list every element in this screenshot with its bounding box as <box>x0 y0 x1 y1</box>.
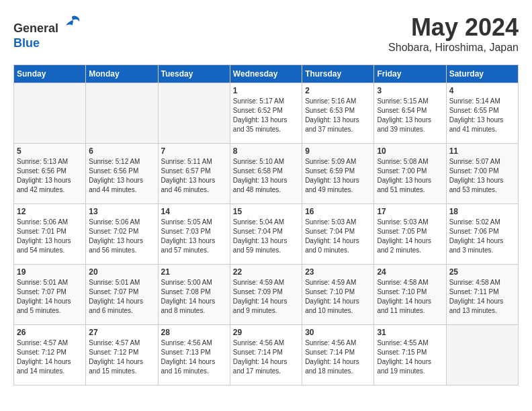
day-info: Sunrise: 5:01 AMSunset: 7:07 PMDaylight:… <box>17 278 83 316</box>
day-info: Sunrise: 5:15 AMSunset: 6:54 PMDaylight:… <box>377 97 443 134</box>
day-number: 31 <box>377 328 443 337</box>
calendar-cell <box>158 83 230 144</box>
day-info: Sunrise: 4:55 AMSunset: 7:15 PMDaylight:… <box>377 338 443 376</box>
day-info: Sunrise: 5:12 AMSunset: 6:56 PMDaylight:… <box>89 157 154 195</box>
day-number: 15 <box>233 207 299 216</box>
calendar-cell: 13Sunrise: 5:06 AMSunset: 7:02 PMDayligh… <box>86 204 158 265</box>
day-info: Sunrise: 5:03 AMSunset: 7:04 PMDaylight:… <box>305 218 371 255</box>
calendar-cell: 25Sunrise: 4:58 AMSunset: 7:11 PMDayligh… <box>446 265 518 325</box>
day-info: Sunrise: 5:17 AMSunset: 6:52 PMDaylight:… <box>233 97 299 134</box>
calendar-cell: 17Sunrise: 5:03 AMSunset: 7:05 PMDayligh… <box>374 204 446 265</box>
calendar-cell: 22Sunrise: 4:59 AMSunset: 7:09 PMDayligh… <box>230 265 302 325</box>
day-number: 5 <box>17 146 83 156</box>
weekday-header-saturday: Saturday <box>446 65 518 83</box>
day-info: Sunrise: 4:58 AMSunset: 7:11 PMDaylight:… <box>449 278 515 316</box>
calendar-cell: 20Sunrise: 5:01 AMSunset: 7:07 PMDayligh… <box>86 265 158 325</box>
calendar-cell: 8Sunrise: 5:10 AMSunset: 6:58 PMDaylight… <box>230 144 302 204</box>
day-number: 29 <box>233 328 299 337</box>
day-info: Sunrise: 5:00 AMSunset: 7:08 PMDaylight:… <box>161 278 227 316</box>
calendar-cell: 31Sunrise: 4:55 AMSunset: 7:15 PMDayligh… <box>374 325 446 385</box>
day-number: 17 <box>377 207 443 216</box>
weekday-header-monday: Monday <box>86 65 158 83</box>
day-number: 30 <box>305 328 371 337</box>
calendar-week-row: 1Sunrise: 5:17 AMSunset: 6:52 PMDaylight… <box>14 83 519 144</box>
weekday-header-thursday: Thursday <box>302 65 374 83</box>
logo-bird-icon <box>63 13 82 32</box>
title-block: May 2024 Shobara, Hiroshima, Japan <box>388 13 519 54</box>
day-number: 12 <box>17 207 83 216</box>
day-number: 11 <box>449 146 515 156</box>
weekday-header-sunday: Sunday <box>14 65 86 83</box>
calendar-week-row: 12Sunrise: 5:06 AMSunset: 7:01 PMDayligh… <box>14 204 519 265</box>
calendar-cell: 18Sunrise: 5:02 AMSunset: 7:06 PMDayligh… <box>446 204 518 265</box>
calendar-cell: 5Sunrise: 5:13 AMSunset: 6:56 PMDaylight… <box>14 144 86 204</box>
calendar-cell: 10Sunrise: 5:08 AMSunset: 7:00 PMDayligh… <box>374 144 446 204</box>
day-info: Sunrise: 5:13 AMSunset: 6:56 PMDaylight:… <box>17 157 83 195</box>
logo-general: General <box>13 21 58 35</box>
day-info: Sunrise: 5:10 AMSunset: 6:58 PMDaylight:… <box>233 157 299 195</box>
calendar-cell: 14Sunrise: 5:05 AMSunset: 7:03 PMDayligh… <box>158 204 230 265</box>
day-info: Sunrise: 4:58 AMSunset: 7:10 PMDaylight:… <box>377 278 443 316</box>
day-info: Sunrise: 4:59 AMSunset: 7:09 PMDaylight:… <box>233 278 299 316</box>
calendar-cell: 24Sunrise: 4:58 AMSunset: 7:10 PMDayligh… <box>374 265 446 325</box>
day-info: Sunrise: 5:11 AMSunset: 6:57 PMDaylight:… <box>161 157 227 195</box>
weekday-header-friday: Friday <box>374 65 446 83</box>
calendar-cell <box>14 83 86 144</box>
calendar-cell: 26Sunrise: 4:57 AMSunset: 7:12 PMDayligh… <box>14 325 86 385</box>
day-info: Sunrise: 5:01 AMSunset: 7:07 PMDaylight:… <box>89 278 154 316</box>
calendar-cell: 9Sunrise: 5:09 AMSunset: 6:59 PMDaylight… <box>302 144 374 204</box>
weekday-header-tuesday: Tuesday <box>158 65 230 83</box>
logo: General Blue <box>13 13 82 50</box>
day-number: 27 <box>89 328 154 337</box>
day-number: 25 <box>449 267 515 277</box>
day-number: 9 <box>305 146 371 156</box>
day-info: Sunrise: 4:56 AMSunset: 7:14 PMDaylight:… <box>305 338 371 376</box>
day-number: 3 <box>377 86 443 95</box>
day-number: 23 <box>305 267 371 277</box>
calendar-cell: 3Sunrise: 5:15 AMSunset: 6:54 PMDaylight… <box>374 83 446 144</box>
location-title: Shobara, Hiroshima, Japan <box>388 42 519 54</box>
calendar-cell: 15Sunrise: 5:04 AMSunset: 7:04 PMDayligh… <box>230 204 302 265</box>
calendar-cell: 27Sunrise: 4:57 AMSunset: 7:12 PMDayligh… <box>86 325 158 385</box>
calendar-cell: 19Sunrise: 5:01 AMSunset: 7:07 PMDayligh… <box>14 265 86 325</box>
day-number: 18 <box>449 207 515 216</box>
day-info: Sunrise: 5:09 AMSunset: 6:59 PMDaylight:… <box>305 157 371 195</box>
calendar-cell: 30Sunrise: 4:56 AMSunset: 7:14 PMDayligh… <box>302 325 374 385</box>
day-number: 22 <box>233 267 299 277</box>
day-info: Sunrise: 4:56 AMSunset: 7:14 PMDaylight:… <box>233 338 299 376</box>
day-info: Sunrise: 5:08 AMSunset: 7:00 PMDaylight:… <box>377 157 443 195</box>
day-info: Sunrise: 5:04 AMSunset: 7:04 PMDaylight:… <box>233 218 299 255</box>
month-title: May 2024 <box>388 13 519 42</box>
day-number: 24 <box>377 267 443 277</box>
calendar-table: SundayMondayTuesdayWednesdayThursdayFrid… <box>13 64 519 385</box>
calendar-week-row: 5Sunrise: 5:13 AMSunset: 6:56 PMDaylight… <box>14 144 519 204</box>
calendar-cell: 23Sunrise: 4:59 AMSunset: 7:10 PMDayligh… <box>302 265 374 325</box>
day-info: Sunrise: 4:57 AMSunset: 7:12 PMDaylight:… <box>17 338 83 376</box>
calendar-cell: 2Sunrise: 5:16 AMSunset: 6:53 PMDaylight… <box>302 83 374 144</box>
day-number: 19 <box>17 267 83 277</box>
day-number: 16 <box>305 207 371 216</box>
day-info: Sunrise: 5:06 AMSunset: 7:01 PMDaylight:… <box>17 218 83 255</box>
day-info: Sunrise: 5:06 AMSunset: 7:02 PMDaylight:… <box>89 218 154 255</box>
day-info: Sunrise: 5:05 AMSunset: 7:03 PMDaylight:… <box>161 218 227 255</box>
day-info: Sunrise: 4:59 AMSunset: 7:10 PMDaylight:… <box>305 278 371 316</box>
calendar-cell: 16Sunrise: 5:03 AMSunset: 7:04 PMDayligh… <box>302 204 374 265</box>
day-info: Sunrise: 5:02 AMSunset: 7:06 PMDaylight:… <box>449 218 515 255</box>
calendar-cell: 28Sunrise: 4:56 AMSunset: 7:13 PMDayligh… <box>158 325 230 385</box>
calendar-cell <box>86 83 158 144</box>
day-number: 28 <box>161 328 227 337</box>
day-number: 4 <box>449 86 515 95</box>
day-number: 20 <box>89 267 154 277</box>
day-number: 6 <box>89 146 154 156</box>
calendar-cell <box>446 325 518 385</box>
calendar-cell: 7Sunrise: 5:11 AMSunset: 6:57 PMDaylight… <box>158 144 230 204</box>
day-info: Sunrise: 5:14 AMSunset: 6:55 PMDaylight:… <box>449 97 515 134</box>
calendar-cell: 29Sunrise: 4:56 AMSunset: 7:14 PMDayligh… <box>230 325 302 385</box>
logo-blue: Blue <box>13 36 82 51</box>
day-number: 7 <box>161 146 227 156</box>
day-info: Sunrise: 5:07 AMSunset: 7:00 PMDaylight:… <box>449 157 515 195</box>
calendar-header-row: SundayMondayTuesdayWednesdayThursdayFrid… <box>14 65 519 83</box>
calendar-cell: 21Sunrise: 5:00 AMSunset: 7:08 PMDayligh… <box>158 265 230 325</box>
calendar-cell: 1Sunrise: 5:17 AMSunset: 6:52 PMDaylight… <box>230 83 302 144</box>
day-number: 26 <box>17 328 83 337</box>
